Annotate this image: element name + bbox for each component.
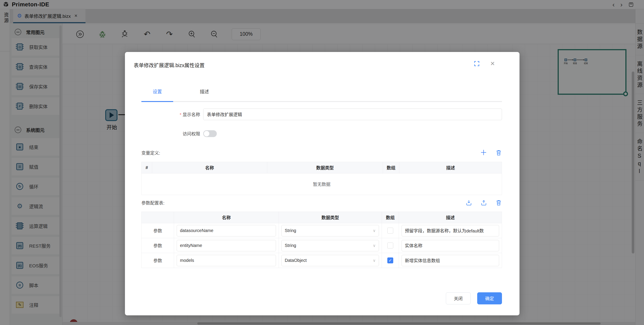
close-button[interactable]: 关闭 bbox=[446, 292, 470, 304]
display-name-label: 显示名称 bbox=[142, 111, 200, 118]
chevron-down-icon bbox=[373, 243, 376, 248]
variables-col-array: 数组 bbox=[383, 162, 400, 173]
param-desc-input[interactable] bbox=[402, 255, 499, 266]
param-row-datasourceName: 参数 String bbox=[142, 223, 502, 238]
delete-variable-icon[interactable] bbox=[496, 149, 502, 156]
add-variable-icon[interactable] bbox=[480, 149, 487, 156]
params-col-desc: 描述 bbox=[399, 212, 502, 223]
variables-col-desc: 描述 bbox=[400, 162, 502, 173]
param-array-checkbox[interactable] bbox=[387, 257, 393, 263]
param-kind-label: 参数 bbox=[142, 223, 174, 238]
params-col-array: 数组 bbox=[382, 212, 399, 223]
display-name-input[interactable] bbox=[203, 109, 502, 120]
params-col-type: 数据类型 bbox=[279, 212, 382, 223]
dialog-tabs: 设置 描述 bbox=[142, 88, 502, 95]
dialog-title: 表单修改扩展逻辑.bizx属性设置 bbox=[134, 61, 502, 69]
export-params-icon[interactable] bbox=[480, 199, 487, 206]
active-tab-underline bbox=[142, 101, 173, 102]
properties-dialog: 表单修改扩展逻辑.bizx属性设置 设置 描述 显示名称 访问权限 变量定义: bbox=[125, 52, 520, 315]
param-array-checkbox[interactable] bbox=[387, 228, 393, 233]
display-name-row: 显示名称 bbox=[142, 109, 502, 120]
param-name-input[interactable] bbox=[177, 255, 276, 266]
dialog-tab-description[interactable]: 描述 bbox=[188, 88, 220, 95]
variables-col-type: 数据类型 bbox=[267, 162, 383, 173]
ok-button[interactable]: 确定 bbox=[477, 292, 502, 304]
variables-table: # 名称 数据类型 数组 描述 暂无数据 bbox=[142, 162, 502, 195]
params-col-name: 名称 bbox=[174, 212, 279, 223]
variables-col-name: 名称 bbox=[152, 162, 267, 173]
param-kind-label: 参数 bbox=[142, 253, 174, 268]
dialog-tab-track bbox=[142, 101, 502, 102]
param-type-select[interactable]: String bbox=[282, 225, 379, 236]
param-kind-label: 参数 bbox=[142, 238, 174, 253]
chevron-down-icon bbox=[373, 228, 376, 233]
param-name-input[interactable] bbox=[177, 240, 276, 251]
params-section-header: 参数配置表: bbox=[142, 199, 502, 206]
variables-empty-state: 暂无数据 bbox=[142, 173, 502, 195]
access-row: 访问权限 bbox=[142, 130, 502, 137]
delete-param-icon[interactable] bbox=[496, 199, 502, 206]
params-table: 名称 数据类型 数组 描述 参数 String 参数 String 参数 bbox=[142, 212, 502, 268]
params-title: 参数配置表: bbox=[142, 200, 164, 206]
fullscreen-icon[interactable] bbox=[474, 60, 480, 67]
param-desc-input[interactable] bbox=[402, 225, 499, 236]
param-type-select[interactable]: DataObject bbox=[282, 255, 379, 266]
dialog-header: 表单修改扩展逻辑.bizx属性设置 bbox=[142, 52, 502, 68]
import-params-icon[interactable] bbox=[466, 199, 472, 206]
variables-section-header: 变量定义: bbox=[142, 149, 502, 156]
params-col-blank bbox=[142, 212, 174, 223]
param-array-checkbox[interactable] bbox=[387, 242, 393, 248]
access-label: 访问权限 bbox=[142, 131, 200, 137]
app-window: Primeton-IDE 资源 表单修改扩展逻辑.bizx 常用图元 获取实体 bbox=[0, 0, 644, 325]
dialog-close-icon[interactable] bbox=[490, 60, 495, 67]
param-row-models: 参数 DataObject bbox=[142, 253, 502, 268]
param-row-entityName: 参数 String bbox=[142, 238, 502, 253]
param-desc-input[interactable] bbox=[402, 240, 499, 251]
variables-col-index: # bbox=[142, 162, 152, 173]
dialog-footer: 关闭 确定 bbox=[142, 292, 502, 304]
access-toggle[interactable] bbox=[203, 130, 217, 137]
chevron-down-icon bbox=[373, 258, 376, 263]
param-name-input[interactable] bbox=[177, 225, 276, 236]
variables-title: 变量定义: bbox=[142, 150, 160, 156]
param-type-select[interactable]: String bbox=[282, 240, 379, 251]
dialog-tab-settings[interactable]: 设置 bbox=[142, 88, 173, 95]
